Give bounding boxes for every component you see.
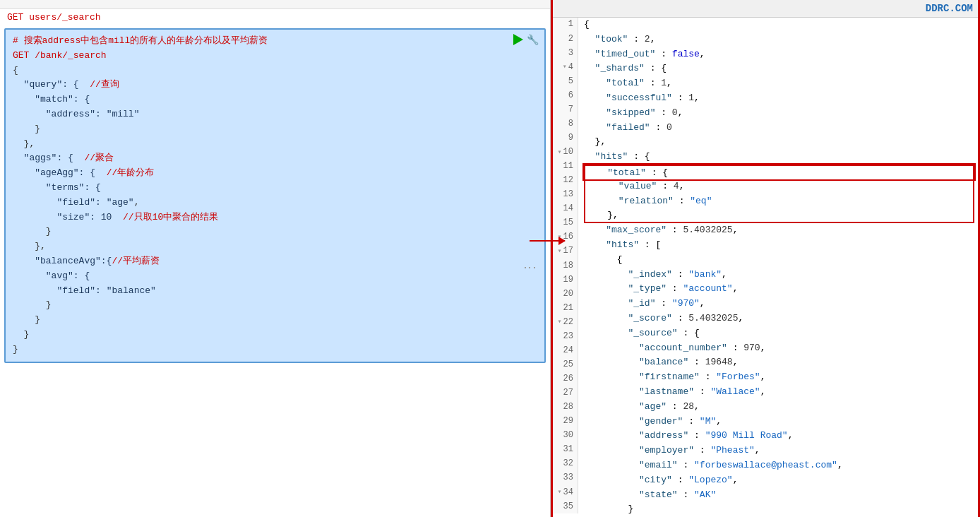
- line-number-29: 29: [553, 415, 578, 429]
- age-agg-close: },: [13, 239, 537, 254]
- line-numbers: 123▾456789▾101112131415▾16▾1718192021▾22…: [553, 18, 578, 513]
- line-number-31: 31: [553, 443, 578, 457]
- code-open-brace: {: [13, 64, 537, 78]
- code-row-12: "value" : 4,: [584, 179, 974, 194]
- code-row-28: "gender" : "M",: [584, 415, 974, 429]
- field-age-line: "field": "age",: [13, 196, 537, 210]
- play-button[interactable]: [513, 34, 523, 45]
- terms-line: "terms": {: [13, 181, 537, 196]
- line-number-11: 11: [553, 160, 578, 174]
- match-line: "match": {: [13, 93, 537, 107]
- code-row-11: "total" : {: [584, 165, 974, 179]
- right-panel: DDRC.COM 123▾456789▾101112131415▾16▾1718…: [551, 0, 980, 517]
- avg-close: }: [13, 298, 537, 313]
- selected-block: 🔧 # 搜索address中包含mill的所有人的年龄分布以及平均薪资 GET …: [4, 28, 546, 363]
- line-number-35: 35: [553, 499, 578, 513]
- aggs-close: }: [13, 328, 537, 343]
- code-row-33: "state" : "AK": [584, 488, 974, 503]
- line-number-34: ▾34: [553, 485, 578, 499]
- line-number-28: 28: [553, 400, 578, 415]
- balance-avg-close: }: [13, 313, 537, 328]
- age-agg-line: "ageAgg": { //年龄分布: [13, 166, 537, 181]
- code-row-4: "_shards" : {: [584, 61, 974, 76]
- line-number-21: 21: [553, 301, 578, 315]
- code-row-10: "hits" : {: [584, 150, 974, 165]
- code-row-6: "successful" : 1,: [584, 91, 974, 106]
- code-row-27: "age" : 28,: [584, 400, 974, 415]
- line-number-22: ▾22: [553, 315, 578, 329]
- line-number-26: 26: [553, 372, 578, 386]
- query-close: },: [13, 137, 537, 152]
- code-row-25: "firstname" : "Forbes",: [584, 370, 974, 385]
- field-balance-line: "field": "balance": [13, 284, 537, 299]
- code-row-32: "city" : "Lopezo",: [584, 473, 974, 488]
- address-line: "address": "mill": [13, 107, 537, 122]
- code-row-3: "timed_out" : false,: [584, 47, 974, 62]
- line-number-32: 32: [553, 457, 578, 471]
- code-row-22: "_source" : {: [584, 326, 974, 341]
- code-area[interactable]: 123▾456789▾101112131415▾16▾1718192021▾22…: [553, 18, 980, 513]
- code-row-14: },: [584, 208, 974, 223]
- line-number-6: 6: [553, 88, 578, 102]
- code-row-7: "skipped" : 0,: [584, 106, 974, 121]
- line-number-19: 19: [553, 273, 578, 287]
- match-close: }: [13, 122, 537, 137]
- line-number-15: 15: [553, 216, 578, 230]
- aggs-line: "aggs": { //聚合: [13, 151, 537, 166]
- code-row-8: "failed" : 0: [584, 121, 974, 136]
- right-header: DDRC.COM: [553, 0, 980, 18]
- left-panel: GET users/_search 🔧 # 搜索address中包含mill的所…: [0, 0, 551, 517]
- line-number-10: ▾10: [553, 145, 578, 160]
- brand-logo: DDRC.COM: [926, 3, 973, 14]
- comment-line: # 搜索address中包含mill的所有人的年龄分布以及平均薪资: [13, 34, 537, 49]
- code-row-21: "_score" : 5.4032025,: [584, 311, 974, 326]
- balance-avg-line: "balanceAvg":{//平均薪资: [13, 254, 537, 269]
- line-number-1: 1: [553, 18, 578, 32]
- line-number-7: 7: [553, 102, 578, 117]
- code-row-9: },: [584, 135, 974, 150]
- line-number-12: 12: [553, 174, 578, 188]
- line-number-24: 24: [553, 343, 578, 357]
- code-row-17: {: [584, 253, 974, 268]
- code-content: { "took" : 2, "timed_out" : false, "_sha…: [578, 18, 980, 513]
- line-number-33: 33: [553, 471, 578, 485]
- line-number-17: ▾17: [553, 244, 578, 258]
- get-line-1: GET users/_search: [0, 9, 550, 25]
- line-number-4: ▾4: [553, 60, 578, 74]
- code-row-19: "_type" : "account",: [584, 282, 974, 297]
- query-line: "query": { //查询: [13, 78, 537, 93]
- main-close: }: [13, 343, 537, 357]
- line-number-18: 18: [553, 258, 578, 273]
- code-row-5: "total" : 1,: [584, 76, 974, 91]
- line-number-13: 13: [553, 188, 578, 202]
- line-number-20: 20: [553, 287, 578, 301]
- top-bar: [0, 0, 550, 9]
- code-row-31: "email" : "forbeswallace@pheast.com",: [584, 458, 974, 473]
- get-line-2: GET /bank/_search: [13, 49, 537, 64]
- line-number-2: 2: [553, 32, 578, 46]
- code-row-30: "employer" : "Pheast",: [584, 444, 974, 458]
- code-row-29: "address" : "990 Mill Road",: [584, 429, 974, 444]
- code-row-23: "account_number" : 970,: [584, 341, 974, 356]
- connection-arrow: [530, 240, 565, 242]
- code-row-18: "_index" : "bank",: [584, 268, 974, 283]
- context-menu-dots[interactable]: ⋮: [522, 261, 537, 274]
- code-row-16: "hits" : [: [584, 238, 974, 253]
- code-row-26: "lastname" : "Wallace",: [584, 385, 974, 400]
- line-number-14: 14: [553, 202, 578, 216]
- code-row-24: "balance" : 19648,: [584, 355, 974, 370]
- line-number-8: 8: [553, 117, 578, 131]
- terms-close: }: [13, 225, 537, 239]
- line-number-9: 9: [553, 131, 578, 145]
- code-row-13: "relation" : "eq": [584, 194, 974, 209]
- line-number-30: 30: [553, 429, 578, 443]
- code-row-15: "max_score" : 5.4032025,: [584, 223, 974, 238]
- line-number-23: 23: [553, 329, 578, 343]
- code-row-2: "took" : 2,: [584, 32, 974, 47]
- wrench-icon[interactable]: 🔧: [527, 34, 539, 46]
- line-number-5: 5: [553, 74, 578, 88]
- line-number-3: 3: [553, 46, 578, 60]
- line-number-27: 27: [553, 386, 578, 400]
- size-line: "size": 10 //只取10中聚合的结果: [13, 210, 537, 225]
- code-row-20: "_id" : "970",: [584, 297, 974, 311]
